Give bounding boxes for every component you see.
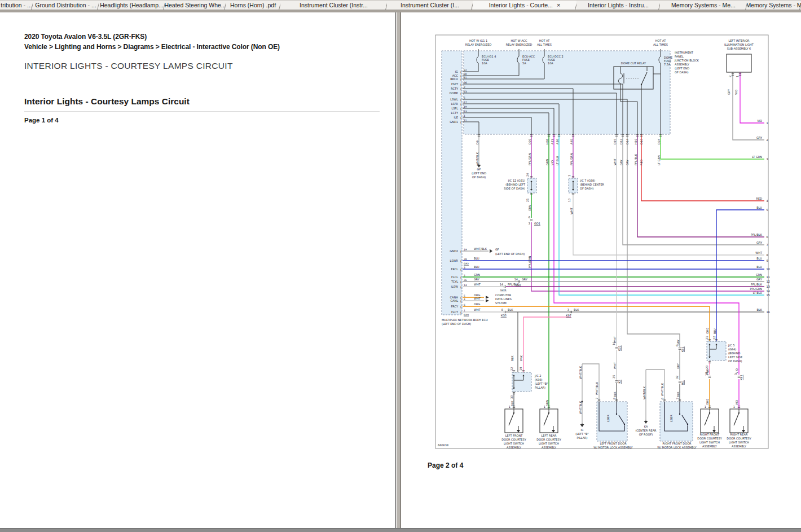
svg-text:GRY: GRY [522,278,528,281]
svg-text:ASSEMBLY: ASSEMBLY [675,63,690,66]
svg-text:22: 22 [510,367,513,371]
svg-text:K61: K61 [681,346,684,352]
tab-9[interactable]: Memory Systems - Me... [660,0,747,10]
svg-text:BLK: BLK [510,401,514,406]
svg-text:PPL/GRN: PPL/GRN [528,256,531,268]
tab-10[interactable]: Memory Systems - M [747,0,801,10]
svg-text:WHT/BLK: WHT/BLK [476,152,479,165]
svg-text:(LEFT END OF DASH): (LEFT END OF DASH) [495,252,525,256]
tab-7[interactable]: Interior Lights - Courte...× [473,0,576,10]
tab-label: Instrument Cluster (Instr... [300,2,368,8]
svg-text:LCTY: LCTY [451,111,459,115]
svg-text:DOOR COURTESY: DOOR COURTESY [727,437,751,440]
svg-text:SYSTEM: SYSTEM [495,301,507,305]
svg-text:ILE: ILE [454,116,458,119]
tab-bar: tribution - ...Ground Distribution - ...… [0,0,801,10]
svg-text:(BEHIND CENTER: (BEHIND CENTER [580,183,605,186]
svg-text:GRY: GRY [756,136,763,139]
svg-text:(: ( [460,267,461,271]
svg-text:(: ( [460,107,461,111]
svg-text:RELAY ENERGIZED: RELAY ENERGIZED [465,43,492,46]
svg-text:23: 23 [464,90,467,93]
svg-text:15: 15 [767,293,770,297]
svg-text:RIGHT REAR: RIGHT REAR [730,433,748,436]
svg-text:(: ( [460,259,461,263]
svg-text:(LEFT "B": (LEFT "B" [535,382,548,385]
svg-text:ILSW: ILSW [451,285,458,288]
svg-text:21: 21 [705,336,708,340]
svg-text:J/C 12 (G91): J/C 12 (G91) [508,179,525,182]
svg-text:ALL TIMES: ALL TIMES [653,43,668,46]
svg-text:26: 26 [464,279,467,282]
svg-text:DATA LINES: DATA LINES [495,297,512,301]
svg-text:2: 2 [767,138,768,142]
svg-text:ASSEMBLY: ASSEMBLY [732,445,747,448]
svg-text:(: ( [460,111,461,115]
svg-text:H38: H38 [545,139,549,144]
svg-text:6: 6 [529,216,530,219]
svg-text:D24: D24 [657,139,661,144]
svg-text:GND2: GND2 [450,249,458,253]
svg-text:LEFT FRONT: LEFT FRONT [505,434,523,437]
svg-text:LSBR: LSBR [670,415,673,422]
svg-text:GRY: GRY [619,159,623,165]
svg-text:GO1: GO1 [500,288,507,292]
svg-text:PPL/GRN: PPL/GRN [570,153,573,165]
svg-text:17: 17 [464,101,467,104]
svg-text:HOT W ACC: HOT W ACC [510,39,527,42]
svg-text:5: 5 [767,208,768,212]
svg-text:WHT/BLK: WHT/BLK [579,401,582,414]
svg-text:INSTRUMENT: INSTRUMENT [675,51,694,54]
svg-text:13: 13 [464,110,467,113]
svg-text:D14: D14 [626,139,629,144]
tab-5[interactable]: Instrument Cluster (Instr... [280,0,387,10]
svg-text:WHT: WHT [613,362,617,369]
svg-text:(BEHIND LEFT: (BEHIND LEFT [505,183,526,186]
pane-divider[interactable] [397,12,401,528]
svg-text:12: 12 [767,280,770,283]
svg-text:10A: 10A [548,61,553,65]
tab-2[interactable]: Headlights (Headlamp... [99,0,165,10]
svg-text:VIO: VIO [551,160,554,165]
svg-text:5: 5 [464,294,465,297]
svg-text:8: 8 [613,398,616,399]
svg-text:3: 3 [767,157,768,161]
svg-text:32: 32 [675,376,679,379]
svg-text:(K98): (K98) [535,378,543,381]
svg-text:9: 9 [767,259,768,262]
svg-text:LIGHT SWITCH: LIGHT SWITCH [504,442,524,445]
svg-text:RED: RED [756,197,763,200]
tab-3[interactable]: Heated Steering Whe... [165,0,226,10]
svg-text:K91: K91 [740,375,743,380]
tab-1[interactable]: Ground Distribution - ... [33,0,99,10]
svg-text:PPL/GRN: PPL/GRN [528,153,531,165]
svg-text:IK2: IK2 [618,380,621,384]
tab-0[interactable]: tribution - ... [0,0,33,10]
svg-text:BLU: BLU [756,206,762,209]
svg-text:3: 3 [529,222,530,225]
tab-label: Memory Systems - Me... [671,2,736,8]
svg-text:660638: 660638 [438,443,448,447]
svg-text:35: 35 [612,375,615,379]
svg-text:H19: H19 [634,139,637,144]
tab-4[interactable]: Horns (Horn) .pdf [226,0,280,10]
tab-8[interactable]: Interior Lights - Instru... [576,0,660,10]
svg-text:PILLAR): PILLAR) [535,386,545,389]
tab-6[interactable]: Instrument Cluster (I... [387,0,473,10]
svg-text:LT BLU: LT BLU [753,291,763,294]
tab-label: Memory Systems - M [747,2,801,8]
svg-text:(: ( [460,305,461,309]
svg-text:LIGHT SWITCH: LIGHT SWITCH [539,442,559,445]
svg-text:LT GRN: LT GRN [752,155,762,159]
document-pane-right: IG(32ACC(30BECU(31FSPT(26RCTY(2DOME(23LS… [401,12,801,528]
vehicle-title: 2020 Toyota Avalon V6-3.5L (2GR-FKS) [24,33,395,41]
svg-text:PANEL: PANEL [675,55,684,58]
svg-text:WHT: WHT [474,283,481,286]
svg-text:D29: D29 [528,139,531,144]
tab-label: tribution - ... [1,2,32,8]
svg-text:2: 2 [728,76,732,77]
svg-text:PILLAR): PILLAR) [576,436,587,439]
tab-close-icon[interactable]: × [557,2,560,8]
svg-text:6: 6 [767,235,768,239]
svg-text:28: 28 [464,258,467,261]
